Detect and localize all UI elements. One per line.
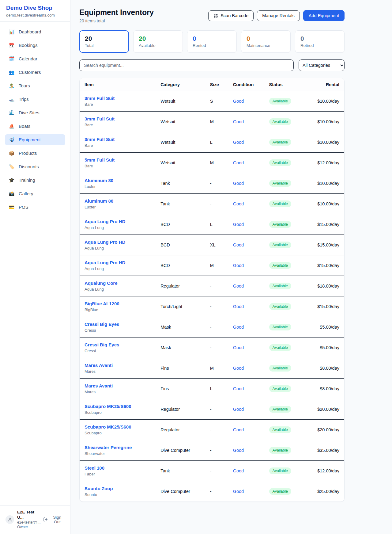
condition-link[interactable]: Good	[233, 222, 244, 227]
add-equipment-button[interactable]: Add Equipment	[303, 10, 345, 21]
item-name-link[interactable]: Aqua Lung Pro HD	[85, 239, 125, 245]
item-name-link[interactable]: Scubapro MK25/S600	[85, 404, 131, 409]
sign-out-button[interactable]: Sign Out	[42, 515, 66, 524]
condition-link[interactable]: Good	[233, 242, 244, 247]
table-row: Aqua Lung Pro HD Aqua Lung BCD M Good Av…	[80, 255, 344, 276]
sidebar-item-tours[interactable]: 🏝️ Tours	[5, 80, 65, 91]
sidebar-item-discounts[interactable]: 🏷️ Discounts	[5, 161, 65, 172]
item-name-link[interactable]: Cressi Big Eyes	[85, 342, 119, 347]
item-name-link[interactable]: 3mm Full Suit	[85, 116, 115, 121]
sidebar-item-calendar[interactable]: 🗓️ Calendar	[5, 53, 65, 64]
item-size: L	[205, 379, 228, 399]
condition-link[interactable]: Good	[233, 140, 244, 145]
condition-link[interactable]: Good	[233, 304, 244, 309]
item-name-link[interactable]: Mares Avanti	[85, 383, 113, 388]
item-name-link[interactable]: Mares Avanti	[85, 363, 113, 368]
item-category: Mask	[156, 338, 205, 358]
stat-card-total[interactable]: 20 Total	[79, 30, 129, 53]
label-tag-icon: 🏷️	[9, 164, 15, 170]
search-input[interactable]	[79, 59, 294, 71]
category-select[interactable]: All Categories	[299, 59, 345, 71]
table-row: Cressi Big Eyes Cressi Mask - Good Avail…	[80, 317, 344, 338]
item-size: -	[205, 276, 228, 296]
status-badge: Available	[269, 242, 292, 248]
condition-link[interactable]: Good	[233, 201, 244, 206]
item-brand: Cressi	[85, 349, 151, 353]
table-header-row: Item Category Size Condition Status Rent…	[80, 78, 344, 91]
sidebar-item-boats[interactable]: ⛵ Boats	[5, 121, 65, 132]
item-name-link[interactable]: Suunto Zoop	[85, 486, 113, 491]
item-name-link[interactable]: Aluminum 80	[85, 178, 113, 183]
item-size: XL	[205, 235, 228, 255]
item-rental: $10.00/day	[312, 132, 344, 153]
condition-link[interactable]: Good	[233, 345, 244, 350]
item-name-link[interactable]: Aqua Lung Pro HD	[85, 219, 125, 224]
item-category: Tank	[156, 173, 205, 194]
item-name-link[interactable]: Cressi Big Eyes	[85, 322, 119, 327]
stat-value: 20	[139, 35, 177, 42]
item-name-link[interactable]: Scubapro MK25/S600	[85, 424, 131, 429]
item-name-link[interactable]: Aqua Lung Pro HD	[85, 260, 125, 265]
condition-link[interactable]: Good	[233, 263, 244, 268]
condition-link[interactable]: Good	[233, 160, 244, 165]
item-name-link[interactable]: 3mm Full Suit	[85, 137, 115, 142]
item-brand: BigBlue	[85, 307, 151, 312]
stat-value: 0	[193, 35, 231, 42]
sidebar-item-trips[interactable]: 🛥️ Trips	[5, 94, 65, 105]
condition-link[interactable]: Good	[233, 181, 244, 186]
condition-link[interactable]: Good	[233, 366, 244, 371]
item-rental: $5.00/day	[312, 317, 344, 338]
item-size: -	[205, 173, 228, 194]
sidebar-item-equipment[interactable]: 🤿 Equipment	[5, 134, 65, 145]
sidebar-item-customers[interactable]: 👥 Customers	[5, 67, 65, 78]
manage-rentals-button[interactable]: Manage Rentals	[257, 10, 300, 21]
table-row: 3mm Full Suit Bare Wetsuit M Good Availa…	[80, 112, 344, 132]
sidebar-item-dashboard[interactable]: 📊 Dashboard	[5, 26, 65, 37]
item-category: BCD	[156, 235, 205, 255]
condition-link[interactable]: Good	[233, 489, 244, 494]
condition-link[interactable]: Good	[233, 468, 244, 473]
item-name-link[interactable]: Steel 100	[85, 465, 104, 471]
item-name-link[interactable]: BigBlue AL1200	[85, 301, 119, 306]
condition-link[interactable]: Good	[233, 407, 244, 412]
item-name-link[interactable]: Aqualung Core	[85, 280, 118, 286]
sidebar-item-gallery[interactable]: 📸 Gallery	[5, 188, 65, 199]
condition-link[interactable]: Good	[233, 119, 244, 124]
item-brand: Aqua Lung	[85, 266, 151, 271]
stat-card-rented[interactable]: 0 Rented	[187, 30, 237, 53]
status-badge: Available	[269, 262, 292, 269]
item-size: -	[205, 317, 228, 338]
item-category: Wetsuit	[156, 112, 205, 132]
sidebar-item-bookings[interactable]: 📅 Bookings	[5, 40, 65, 51]
condition-link[interactable]: Good	[233, 325, 244, 330]
condition-link[interactable]: Good	[233, 284, 244, 288]
item-name-link[interactable]: 5mm Full Suit	[85, 157, 115, 162]
status-badge: Available	[269, 467, 292, 474]
sidebar-item-training[interactable]: 🎓 Training	[5, 175, 65, 186]
item-name-link[interactable]: 3mm Full Suit	[85, 96, 115, 101]
table-row: 5mm Full Suit Bare Wetsuit M Good Availa…	[80, 153, 344, 173]
condition-link[interactable]: Good	[233, 448, 244, 453]
item-name-link[interactable]: Shearwater Peregrine	[85, 445, 132, 450]
item-rental: $12.00/day	[312, 153, 344, 173]
item-rental: $5.00/day	[312, 338, 344, 358]
stat-label: Rented	[193, 43, 231, 48]
item-rental: $10.00/day	[312, 112, 344, 132]
motorboat-icon: 🛥️	[9, 97, 15, 102]
condition-link[interactable]: Good	[233, 427, 244, 432]
stat-label: Available	[139, 43, 177, 48]
item-name-link[interactable]: Aluminum 80	[85, 198, 113, 204]
status-badge: Available	[269, 447, 292, 454]
sidebar-item-dive-sites[interactable]: 🌊 Dive Sites	[5, 107, 65, 118]
item-brand: Cressi	[85, 328, 151, 333]
condition-link[interactable]: Good	[233, 99, 244, 104]
stat-card-available[interactable]: 20 Available	[133, 30, 183, 53]
sidebar-item-pos[interactable]: 💳 POS	[5, 202, 65, 213]
stat-card-maintenance[interactable]: 0 Maintenance	[241, 30, 291, 53]
scan-barcode-button[interactable]: Scan Barcode	[208, 10, 254, 21]
condition-link[interactable]: Good	[233, 386, 244, 391]
stat-card-retired[interactable]: 0 Retired	[295, 30, 345, 53]
sidebar-item-products[interactable]: 📦 Products	[5, 148, 65, 159]
table-row: Aluminum 80 Luxfer Tank - Good Available…	[80, 194, 344, 214]
item-size: -	[205, 338, 228, 358]
